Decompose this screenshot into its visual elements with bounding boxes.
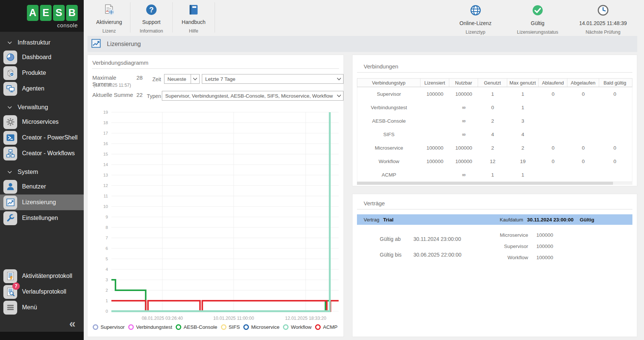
book-icon [187, 3, 200, 18]
max-sum-date: (13.01.2025 11:57) [93, 83, 131, 88]
contract-label: Vertrag [364, 217, 379, 223]
contract-header-row[interactable]: Vertrag Trial Kaufdatum 30.11.2024 23:00… [357, 214, 632, 225]
svg-text:19: 19 [103, 110, 108, 114]
hamburger-icon [3, 301, 17, 315]
sidebar-collapse-row: « [0, 315, 84, 332]
status-caption: Lizensierungsstatus [517, 30, 558, 35]
svg-text:10: 10 [103, 204, 108, 209]
sidebar-item-benutzer[interactable]: Benutzer [0, 179, 84, 194]
section-header-infrastruktur[interactable]: Infrastruktur [0, 36, 84, 49]
doc-lightning-icon [3, 269, 17, 283]
section-header-system[interactable]: System [0, 166, 84, 179]
chevron-down-icon [7, 106, 12, 109]
collapse-sidebar-button[interactable]: « [69, 318, 76, 329]
sidebar-item-microservices[interactable]: Microservices [0, 114, 84, 130]
legend-item-microservice[interactable]: Microservice [243, 324, 280, 330]
legend-item-sifs[interactable]: SIFS [221, 324, 240, 330]
scrollbar-thumb[interactable] [357, 182, 613, 185]
page-title: Lizensierung [107, 41, 141, 48]
clock-icon [597, 4, 609, 18]
toolbar: AktivierungLizenz?SupportInformationHand… [84, 0, 644, 36]
purchase-date-label: Kaufdatum [500, 217, 523, 223]
sidebar-item-verlaufsprotokoll[interactable]: 7Verlaufsprotokoll [0, 284, 84, 300]
time-range-value: Letzte 7 Tage [202, 76, 335, 82]
sidebar-item-dashboard[interactable]: Dashboard [0, 49, 84, 65]
aesb-logo: AESB [27, 5, 78, 21]
toolbar-button-support[interactable]: ?SupportInformation [130, 0, 172, 36]
column-header-bald-g-ltig[interactable]: Bald gültig [599, 79, 631, 87]
toolbar-button-groups: AktivierungLizenz?SupportInformationHand… [84, 0, 215, 36]
connection-line-chart: 01234567891011121314151617181908.01.2025… [92, 107, 343, 321]
connections-title: Verbindungen [364, 63, 398, 70]
zeit-label: Zeit [139, 76, 161, 82]
table-row: Verbindungstest∞01 [357, 101, 632, 114]
legend-item-aesb-console[interactable]: AESB-Console [176, 324, 217, 330]
status-lizenztyp: Online-LizenzLizenztyp [455, 0, 496, 36]
license-row-workflow: Workflow100000 [485, 255, 553, 260]
sidebar-item-creator-workflows[interactable]: Creator - Workflows [0, 146, 84, 161]
sidebar-item-men[interactable]: Menü [0, 300, 84, 315]
diagram-title: Verbindungsdiagramm [92, 59, 148, 66]
legend-item-supervisor[interactable]: Supervisor [93, 324, 125, 330]
svg-text:12: 12 [103, 183, 108, 188]
contract-name: Trial [383, 217, 394, 223]
svg-text:11: 11 [104, 194, 108, 198]
toolbar-button-handbuch[interactable]: HandbuchHilfe [173, 0, 215, 36]
sidebar-item-produkte[interactable]: Produkte [0, 65, 84, 81]
typen-select[interactable]: Supervisor, Verbindungstest, AESB-Consol… [162, 91, 343, 101]
time-range-select[interactable]: Letzte 7 Tage [202, 74, 343, 84]
column-header-abgelaufen[interactable]: Abgelaufen [567, 79, 599, 87]
product-box-icon [3, 66, 17, 80]
legend-item-acmp[interactable]: ACMP [315, 324, 338, 330]
toolbar-separator [215, 2, 215, 33]
series-acmp [111, 301, 339, 311]
column-header-max-genutzt[interactable]: Max genutzt [507, 79, 539, 87]
logo-letter-b: B [66, 5, 78, 21]
contracts-title: Verträge [364, 200, 385, 206]
wrench-icon [3, 211, 17, 225]
page-title-bar: Lizensierung [87, 36, 637, 52]
column-header-lizensiert[interactable]: Lizensiert [420, 79, 449, 87]
chevron-down-icon [7, 171, 12, 174]
toolbar-button-aktivierung[interactable]: AktivierungLizenz [88, 0, 130, 36]
zeit-select-value: Neueste [164, 76, 191, 82]
current-sum-row: Aktuelle Summe 22 [92, 92, 143, 98]
legend-marker-icon [243, 324, 249, 330]
license-row-supervisor: Supervisor100000 [485, 243, 553, 249]
table-row: SIFS∞44 [357, 128, 632, 141]
logo-letter-a: A [27, 5, 38, 21]
sidebar-item-aktivit-tenprotokoll[interactable]: Aktivitätenprotokoll [0, 268, 84, 284]
column-header-nutzbar[interactable]: Nutzbar [449, 79, 478, 87]
svg-text:17: 17 [103, 131, 108, 135]
current-sum-label: Aktuelle Summe [92, 92, 136, 98]
column-header-genutzt[interactable]: Genutzt [478, 79, 507, 87]
powershell-icon [3, 131, 17, 145]
legend-item-workflow[interactable]: Workflow [283, 324, 311, 330]
app-logo: AESB console [0, 0, 84, 32]
table-row: Supervisor10000010000011000 [357, 87, 632, 101]
column-header-verbindungstyp[interactable]: Verbindungstyp [357, 79, 420, 87]
sidebar-item-agenten[interactable]: Agenten [0, 81, 84, 97]
section-header-verwaltung[interactable]: Verwaltung [0, 101, 84, 114]
user-icon [3, 180, 17, 194]
sidebar-item-einstellungen[interactable]: Einstellungen [0, 210, 84, 226]
table-row: AESB-Console∞23 [357, 114, 632, 128]
chart-legend: SupervisorVerbindungstestAESB-ConsoleSIF… [93, 324, 338, 330]
zeit-select[interactable]: Neueste [164, 74, 200, 84]
svg-text:16: 16 [103, 141, 108, 146]
horizontal-scrollbar[interactable] [357, 182, 632, 185]
notification-badge: 7 [12, 282, 20, 290]
doc-magnifier-icon: 7 [3, 285, 17, 299]
license-row-microservice: Microservice100000 [485, 232, 553, 238]
svg-text:9: 9 [106, 215, 108, 219]
legend-item-verbindungstest[interactable]: Verbindungstest [128, 324, 172, 330]
connections-table: VerbindungstypLizensiertNutzbarGenutztMa… [357, 78, 632, 182]
legend-marker-icon [315, 324, 321, 330]
sidebar-item-lizensierung[interactable]: Lizensierung [0, 194, 84, 210]
legend-marker-icon [128, 324, 134, 330]
column-header-ablaufend[interactable]: Ablaufend [539, 79, 567, 87]
sidebar-item-creator-powershell[interactable]: Creator - PowerShell [0, 130, 84, 146]
svg-text:4: 4 [106, 267, 108, 272]
sidebar-section-system: SystemBenutzerLizensierungEinstellungen [0, 166, 84, 226]
status-value: Online-Lizenz [459, 20, 492, 26]
